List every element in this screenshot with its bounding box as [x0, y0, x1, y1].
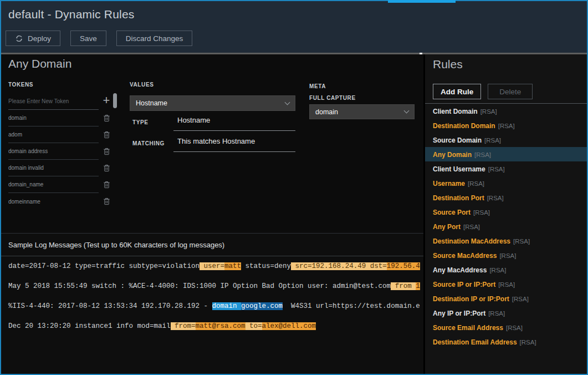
- token-row[interactable]: domain address: [8, 143, 99, 160]
- delete-token-icon[interactable]: [103, 164, 110, 172]
- rule-tag: [RSA]: [487, 195, 504, 201]
- rule-item[interactable]: Any Port[RSA]: [425, 219, 587, 234]
- log-line: %IIS-4-440: 2017-08-12 13:53:34 192.170.…: [8, 296, 423, 316]
- token-row[interactable]: adom: [8, 126, 99, 143]
- token-row[interactable]: domain invalid: [8, 160, 99, 176]
- rule-name: Destination MacAddress: [433, 237, 510, 245]
- log-highlight-orange-key: from: [391, 282, 416, 290]
- meta-label: META: [309, 83, 326, 89]
- token-row[interactable]: domain_name: [8, 176, 99, 193]
- rule-item[interactable]: Any MacAddress[RSA]: [425, 262, 587, 277]
- rule-tag: [RSA]: [468, 180, 484, 187]
- rule-tag: [RSA]: [488, 310, 505, 317]
- rule-tag: [RSA]: [520, 339, 536, 346]
- active-tab-indicator: [388, 0, 456, 3]
- sample-log-editor[interactable]: date=2017-08-12 type=traffic subtype=vio…: [1, 256, 423, 336]
- rule-tag: [RSA]: [473, 209, 490, 216]
- page-title: default - Dynamic Rules: [8, 8, 135, 21]
- full-capture-select[interactable]: domain: [309, 104, 415, 119]
- rule-item[interactable]: Destination Port[RSA]: [425, 190, 587, 205]
- log-highlight-orange-val: matt@rsa.com: [196, 322, 246, 330]
- rule-tag: [RSA]: [498, 281, 515, 288]
- log-line: May 5 2018 15:55:49 switch : %ACE-4-4000…: [8, 276, 423, 296]
- rule-item[interactable]: Client Username[RSA]: [425, 161, 587, 176]
- rule-tag: [RSA]: [498, 123, 515, 129]
- token-row[interactable]: domeinname: [8, 193, 99, 210]
- sample-log-section: Sample Log Messages (Test up to 60K char…: [1, 233, 423, 374]
- sample-log-title: Sample Log Messages (Test up to 60K char…: [1, 234, 423, 256]
- log-text: Dec 20 13:20:20 instance1 info mod=mail: [8, 322, 171, 330]
- rule-name: Any MacAddress: [433, 266, 487, 274]
- log-line: date=2017-08-12 type=traffic subtype=vio…: [8, 256, 423, 276]
- rule-editor-panel: Any Domain TOKENS domainadomdomain addre…: [1, 54, 423, 374]
- log-highlight-orange-val: 192.56.4: [387, 262, 420, 270]
- rule-item[interactable]: Destination MacAddress[RSA]: [425, 234, 587, 248]
- save-button[interactable]: Save: [70, 31, 106, 46]
- deploy-button[interactable]: Deploy: [6, 31, 60, 46]
- rule-name: Destination IP or IP:Port: [433, 295, 509, 303]
- rule-item[interactable]: Any Domain[RSA]: [425, 147, 587, 161]
- rule-name: Any Port: [433, 223, 461, 231]
- values-label: VALUES: [130, 82, 154, 88]
- log-text: status=deny: [241, 262, 291, 270]
- delete-token-icon[interactable]: [103, 114, 110, 122]
- rule-item[interactable]: Client Domain[RSA]: [425, 104, 587, 118]
- delete-token-icon[interactable]: [103, 148, 110, 155]
- values-select-value: Hostname: [136, 99, 167, 107]
- rule-name: Source Email Address: [433, 324, 503, 332]
- rule-item[interactable]: Source Domain[RSA]: [425, 133, 587, 147]
- new-token-input[interactable]: [8, 93, 99, 109]
- rule-item[interactable]: Username[RSA]: [425, 176, 587, 190]
- chevron-down-icon: [404, 108, 410, 114]
- log-highlight-orange-val: alex@dell.com: [262, 322, 316, 330]
- rule-item[interactable]: Destination Email Address[RSA]: [425, 335, 587, 349]
- rule-item[interactable]: Destination IP or IP:Port[RSA]: [425, 291, 587, 306]
- token-value: domain_name: [8, 181, 43, 188]
- rule-name: Destination Email Address: [433, 338, 517, 346]
- save-button-label: Save: [80, 34, 97, 43]
- rule-tag: [RSA]: [480, 108, 497, 115]
- log-highlight-orange-key: src=192.168.24.49 dst=: [291, 262, 387, 270]
- type-underline: [173, 130, 295, 131]
- rule-item[interactable]: Source Email Address[RSA]: [425, 320, 587, 335]
- token-row[interactable]: domain: [8, 110, 99, 126]
- log-text: date=2017-08-12 type=traffic subtype=vio…: [8, 262, 200, 270]
- rule-name: Client Username: [433, 165, 485, 173]
- content: Any Domain TOKENS domainadomdomain addre…: [1, 54, 587, 374]
- rule-name: Client Domain: [433, 108, 478, 115]
- rule-item[interactable]: Source Port[RSA]: [425, 205, 587, 219]
- rules-list: Client Domain[RSA]Destination Domain[RSA…: [425, 104, 587, 349]
- discard-changes-button[interactable]: Discard Changes: [116, 31, 193, 46]
- rule-tag: [RSA]: [474, 151, 491, 158]
- log-highlight-orange-key: user=: [200, 262, 224, 270]
- matching-value: This matches Hostname: [177, 137, 255, 145]
- rule-name: Source Port: [433, 209, 471, 216]
- delete-rule-button[interactable]: Delete: [488, 84, 533, 99]
- rule-item[interactable]: Any IP or IP:Port[RSA]: [425, 306, 587, 320]
- rules-toolbar: Add Rule Delete: [433, 84, 533, 99]
- token-value: domain: [8, 115, 27, 121]
- add-rule-button[interactable]: Add Rule: [433, 84, 481, 99]
- token-value: adom: [8, 131, 22, 138]
- log-highlight-blue-val: google.com: [241, 302, 283, 310]
- new-token-row: [8, 93, 99, 110]
- tokens-scrollbar-thumb[interactable]: [113, 93, 117, 108]
- type-value: Hostname: [177, 116, 210, 124]
- log-highlight-orange-val: 1: [416, 282, 420, 290]
- rule-item[interactable]: Source MacAddress[RSA]: [425, 248, 587, 262]
- token-value: domain invalid: [8, 165, 44, 171]
- rule-item[interactable]: Source IP or IP:Port[RSA]: [425, 277, 587, 291]
- delete-token-icon[interactable]: [103, 181, 110, 189]
- delete-token-icon[interactable]: [103, 131, 110, 139]
- add-token-icon[interactable]: +: [101, 93, 112, 108]
- delete-token-icon[interactable]: [103, 197, 110, 205]
- rule-name: Username: [433, 180, 465, 188]
- rule-tag: [RSA]: [506, 325, 523, 331]
- values-select[interactable]: Hostname: [130, 95, 295, 111]
- rule-item[interactable]: Destination Domain[RSA]: [425, 118, 587, 133]
- log-text: W4S31 url=https://test.domain.e: [283, 302, 420, 310]
- log-text: %IIS-4-440: 2017-08-12 13:53:34 192.170.…: [8, 302, 212, 310]
- rule-name: Source IP or IP:Port: [433, 281, 495, 288]
- token-list: domainadomdomain addressdomain invaliddo…: [8, 93, 99, 210]
- log-highlight-orange-key: from=: [171, 322, 196, 330]
